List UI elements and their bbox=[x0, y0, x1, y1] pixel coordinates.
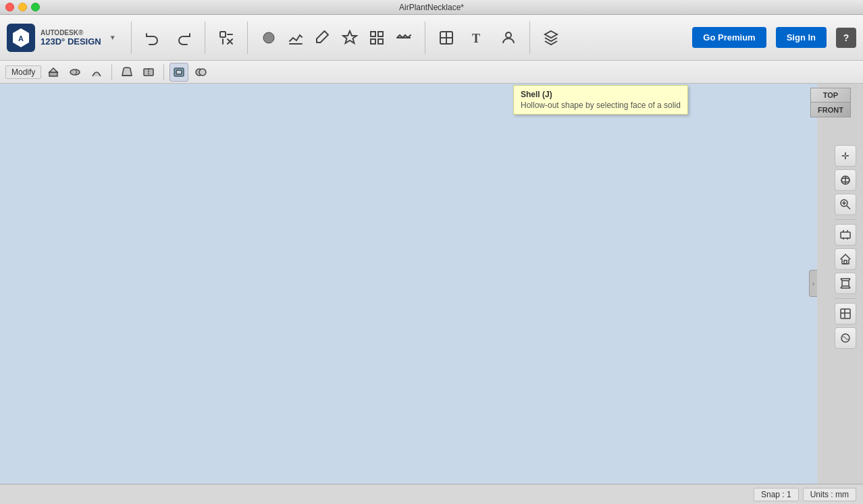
combine-button[interactable] bbox=[191, 63, 210, 82]
measure-tool[interactable] bbox=[391, 22, 417, 54]
traffic-lights bbox=[5, 3, 40, 11]
grid-canvas: 25 50 75 100 125 150 75 50 25 bbox=[0, 84, 203, 185]
fit-button[interactable] bbox=[835, 224, 856, 246]
svg-rect-61 bbox=[841, 309, 850, 318]
icon-sep-2 bbox=[835, 298, 856, 299]
sep-4 bbox=[425, 22, 425, 54]
company-name: AUTODESK® bbox=[41, 29, 101, 36]
svg-marker-15 bbox=[49, 68, 57, 72]
statusbar: Snap : 1 Units : mm bbox=[0, 484, 863, 504]
view-top[interactable]: TOP bbox=[810, 88, 851, 103]
primitive-tool[interactable] bbox=[256, 22, 282, 54]
revolve-button[interactable] bbox=[66, 63, 84, 82]
window-title: AirPlantNecklace* bbox=[399, 3, 464, 12]
icon-sep-1 bbox=[835, 219, 856, 220]
svg-rect-6 bbox=[371, 39, 375, 44]
collapse-panel-tab[interactable]: › bbox=[809, 270, 817, 297]
sec-sep-2 bbox=[163, 64, 164, 80]
svg-rect-4 bbox=[371, 32, 375, 36]
svg-text:T: T bbox=[472, 32, 480, 45]
sweep-button[interactable] bbox=[87, 63, 106, 82]
perspective-button[interactable] bbox=[835, 273, 856, 294]
help-button[interactable]: ? bbox=[836, 28, 856, 48]
svg-rect-26 bbox=[0, 84, 203, 185]
logo-text: AUTODESK® 123D° DESIGN bbox=[41, 29, 101, 47]
home-button[interactable] bbox=[835, 248, 856, 270]
svg-rect-56 bbox=[841, 232, 850, 238]
svg-rect-2 bbox=[220, 32, 226, 37]
pattern-tool[interactable] bbox=[364, 22, 390, 54]
units-indicator[interactable]: Units : mm bbox=[803, 488, 856, 501]
svg-rect-14 bbox=[49, 72, 57, 76]
svg-text:A: A bbox=[18, 34, 24, 43]
svg-rect-22 bbox=[176, 70, 182, 74]
app-dropdown-icon[interactable]: ▼ bbox=[109, 34, 116, 41]
svg-point-13 bbox=[506, 32, 511, 38]
logo-area[interactable]: A AUTODESK® 123D° DESIGN ▼ bbox=[7, 24, 116, 52]
title-bar: AirPlantNecklace* bbox=[0, 0, 863, 15]
shell-button[interactable] bbox=[169, 63, 188, 82]
pan-button[interactable]: ✛ bbox=[835, 145, 856, 167]
close-button[interactable] bbox=[5, 3, 14, 11]
sep-5 bbox=[529, 22, 530, 54]
svg-rect-7 bbox=[378, 39, 383, 44]
svg-point-16 bbox=[70, 69, 80, 75]
orbit-button[interactable] bbox=[835, 169, 856, 191]
undo-button[interactable] bbox=[140, 22, 165, 54]
sketch-tool[interactable] bbox=[283, 22, 309, 54]
tooltip-box: Shell (J) Hollow-out shape by selecting … bbox=[513, 85, 688, 115]
modify-label: Modify bbox=[5, 65, 41, 79]
snap-indicator[interactable]: Snap : 1 bbox=[754, 488, 799, 501]
text-tool[interactable]: T bbox=[465, 22, 490, 54]
zoom-button[interactable] bbox=[835, 194, 856, 215]
loft-button[interactable] bbox=[117, 63, 136, 82]
svg-line-53 bbox=[847, 206, 850, 209]
svg-rect-58 bbox=[842, 281, 849, 286]
svg-point-3 bbox=[263, 32, 274, 43]
view-front[interactable]: FRONT bbox=[810, 103, 851, 117]
sep-1 bbox=[131, 22, 132, 54]
main-toolbar: A AUTODESK® 123D° DESIGN ▼ bbox=[0, 15, 863, 61]
tooltip-description: Hollow-out shape by selecting face of a … bbox=[521, 101, 681, 110]
minimize-button[interactable] bbox=[18, 3, 27, 11]
maximize-button[interactable] bbox=[31, 3, 40, 11]
tooltip-title: Shell (J) bbox=[521, 90, 681, 99]
shape-tools bbox=[256, 22, 417, 54]
modify-tool[interactable] bbox=[337, 22, 363, 54]
app-name: 123D° DESIGN bbox=[41, 36, 101, 47]
svg-rect-5 bbox=[378, 32, 383, 36]
secondary-toolbar: Modify bbox=[0, 61, 863, 84]
logo-box: A bbox=[7, 24, 35, 52]
construct-tool[interactable] bbox=[310, 22, 336, 54]
snap-tool[interactable] bbox=[434, 22, 459, 54]
redo-button[interactable] bbox=[171, 22, 197, 54]
svg-point-24 bbox=[199, 69, 206, 76]
layers-tool[interactable] bbox=[538, 22, 564, 54]
sec-sep-1 bbox=[111, 64, 112, 80]
go-premium-button[interactable]: Go Premium bbox=[692, 27, 766, 48]
material-button[interactable] bbox=[835, 327, 856, 349]
right-icon-panel: ✛ bbox=[835, 145, 856, 349]
sep-3 bbox=[247, 22, 248, 54]
split-button[interactable] bbox=[139, 63, 158, 82]
extrude-button[interactable] bbox=[44, 63, 63, 82]
sep-2 bbox=[205, 22, 205, 54]
transform-button[interactable] bbox=[213, 22, 239, 54]
grid-button[interactable] bbox=[835, 303, 856, 325]
viewport[interactable]: 25 50 75 100 125 150 75 50 25 bbox=[0, 84, 817, 484]
svg-rect-57 bbox=[844, 260, 847, 264]
community-tool[interactable] bbox=[496, 22, 521, 54]
view-cube: TOP FRONT bbox=[810, 88, 856, 134]
sign-in-button[interactable]: Sign In bbox=[776, 27, 827, 48]
